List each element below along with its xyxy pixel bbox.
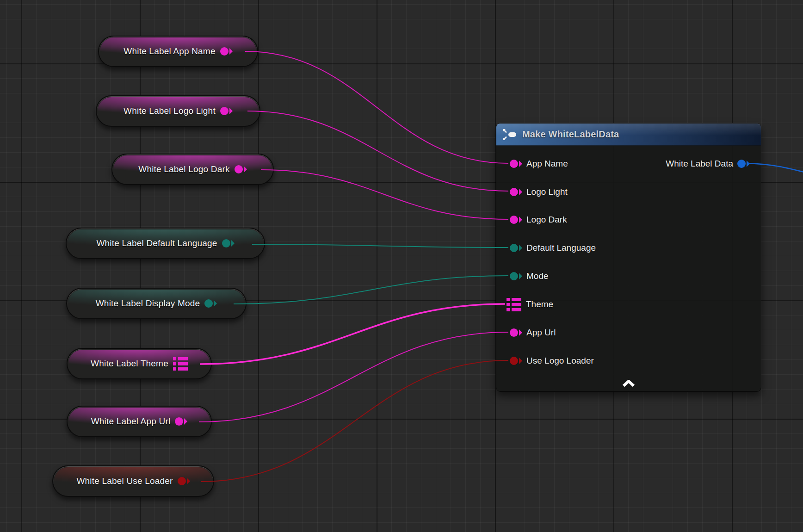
enum-pin-icon[interactable]	[510, 271, 522, 281]
variable-node-label: White Label Logo Dark	[138, 164, 229, 174]
wire-app-name[interactable]	[245, 51, 508, 163]
string-pin-icon[interactable]	[510, 215, 522, 225]
pin-label: Theme	[526, 299, 553, 309]
wire-display-mode[interactable]	[234, 276, 508, 304]
variable-node-white-label-default-language[interactable]: White Label Default Language	[66, 228, 265, 259]
variable-node-label: White Label Theme	[91, 359, 168, 369]
pin-label: Use Logo Loader	[526, 356, 594, 366]
variable-node-label: White Label App Name	[124, 46, 215, 56]
make-whitelabeldata-node[interactable]: Make WhiteLabelData App Name Logo Light …	[496, 123, 761, 392]
wire-theme[interactable]	[200, 304, 505, 364]
string-pin-icon[interactable]	[235, 164, 247, 174]
pin-row-default-language: Default Language	[496, 241, 596, 255]
node-title: Make WhiteLabelData	[522, 129, 619, 140]
variable-node-label: White Label Use Loader	[76, 476, 173, 486]
blueprint-graph-canvas[interactable]: White Label App Name White Label Logo Li…	[0, 0, 803, 532]
variable-node-white-label-use-loader[interactable]: White Label Use Loader	[52, 465, 214, 497]
string-pin-icon[interactable]	[510, 187, 522, 197]
pin-row-app-name: App Name	[496, 156, 568, 171]
node-header[interactable]: Make WhiteLabelData	[496, 124, 761, 146]
enum-pin-icon[interactable]	[222, 238, 235, 248]
make-struct-icon	[503, 129, 518, 141]
variable-node-white-label-app-name[interactable]: White Label App Name	[98, 36, 258, 67]
variable-node-label: White Label Default Language	[96, 238, 217, 248]
enum-pin-icon[interactable]	[510, 243, 522, 253]
string-pin-icon[interactable]	[510, 159, 522, 169]
bool-pin-icon[interactable]	[510, 356, 522, 366]
variable-node-white-label-app-url[interactable]: White Label App Url	[67, 406, 212, 437]
struct-pin-icon[interactable]	[173, 357, 188, 371]
struct-pin-icon[interactable]	[507, 298, 521, 311]
bool-pin-icon[interactable]	[178, 476, 190, 486]
collapse-node-button[interactable]	[618, 377, 639, 390]
variable-node-label: White Label Logo Light	[124, 106, 216, 116]
variable-node-white-label-theme[interactable]: White Label Theme	[67, 348, 212, 379]
pin-label: Logo Dark	[526, 215, 567, 225]
pin-label: Default Language	[526, 243, 596, 253]
pin-label: App Name	[526, 159, 568, 169]
pin-label: Logo Light	[526, 187, 568, 197]
variable-node-label: White Label App Url	[91, 416, 171, 427]
string-pin-icon[interactable]	[220, 106, 233, 116]
enum-pin-icon[interactable]	[204, 298, 217, 309]
pin-label: App Url	[526, 328, 556, 338]
chevron-up-icon	[622, 380, 636, 387]
wire-logo-light[interactable]	[247, 111, 508, 191]
wire-app-url[interactable]	[199, 332, 508, 422]
variable-node-white-label-display-mode[interactable]: White Label Display Mode	[66, 288, 247, 319]
struct-output-pin-icon[interactable]	[737, 159, 750, 169]
pin-row-logo-dark: Logo Dark	[496, 212, 567, 227]
pin-row-white-label-data: White Label Data	[666, 156, 761, 171]
pin-row-use-logo-loader: Use Logo Loader	[496, 353, 594, 368]
string-pin-icon[interactable]	[220, 46, 233, 56]
wire-default-language[interactable]	[252, 244, 508, 247]
variable-node-label: White Label Display Mode	[96, 298, 200, 309]
string-pin-icon[interactable]	[175, 416, 187, 427]
string-pin-icon[interactable]	[510, 328, 522, 338]
wire-use-loader[interactable]	[201, 360, 508, 482]
variable-node-white-label-logo-light[interactable]: White Label Logo Light	[96, 95, 260, 127]
pin-label: White Label Data	[666, 159, 733, 169]
pin-row-logo-light: Logo Light	[496, 185, 568, 199]
variable-node-white-label-logo-dark[interactable]: White Label Logo Dark	[111, 154, 274, 185]
pin-label: Mode	[526, 271, 549, 281]
wire-logo-dark[interactable]	[261, 170, 508, 219]
